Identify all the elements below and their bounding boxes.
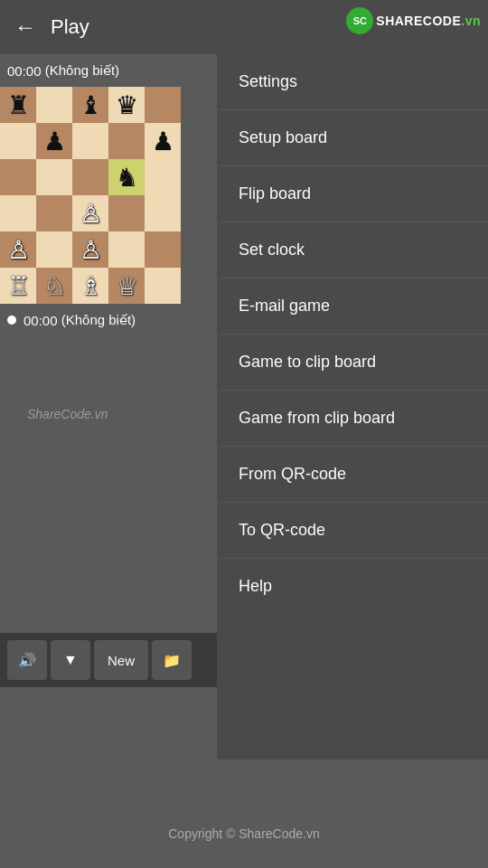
board-cell-4-1[interactable] xyxy=(36,231,72,268)
down-button[interactable]: ▼ xyxy=(51,640,90,680)
menu-item-game-from-clipboard[interactable]: Game from clip board xyxy=(217,391,488,447)
down-icon: ▼ xyxy=(63,652,78,668)
sound-icon: 🔊 xyxy=(18,652,36,669)
board-row-1: ♟♟ xyxy=(0,123,217,159)
footer: Copyright © ShareCode.vn xyxy=(0,826,488,841)
top-timer: 00:00 (Không biết) xyxy=(0,54,219,87)
chess-board[interactable]: ♜♝♛♟♟♞♙♙♙♖♘♗♕ xyxy=(0,87,217,304)
menu-item-to-qr-code[interactable]: To QR-code xyxy=(217,503,488,559)
board-cell-5-1[interactable]: ♘ xyxy=(36,268,72,304)
folder-button[interactable]: 📁 xyxy=(152,640,192,680)
board-cell-0-0[interactable]: ♜ xyxy=(0,87,36,123)
menu-item-email-game[interactable]: E-mail game xyxy=(217,278,488,335)
menu-item-settings[interactable]: Settings xyxy=(217,54,488,110)
board-row-2: ♞ xyxy=(0,159,217,195)
board-cell-0-4[interactable] xyxy=(145,87,181,123)
board-cell-4-4[interactable] xyxy=(145,231,181,268)
new-button[interactable]: New xyxy=(94,640,148,680)
menu-item-from-qr-code[interactable]: From QR-code xyxy=(217,447,488,503)
board-cell-2-1[interactable] xyxy=(36,159,72,195)
menu-item-set-clock[interactable]: Set clock xyxy=(217,222,488,278)
board-cell-4-0[interactable]: ♙ xyxy=(0,231,36,268)
menu-item-help[interactable]: Help xyxy=(217,559,488,614)
menu-item-flip-board[interactable]: Flip board xyxy=(217,166,488,222)
board-cell-3-0[interactable] xyxy=(0,195,36,231)
board-row-3: ♙ xyxy=(0,195,217,231)
board-cell-5-3[interactable]: ♕ xyxy=(108,268,145,304)
board-row-4: ♙♙ xyxy=(0,231,217,268)
top-player: (Không biết) xyxy=(45,62,119,79)
board-row-0: ♜♝♛ xyxy=(0,87,217,123)
board-cell-2-0[interactable] xyxy=(0,159,36,195)
board-row-5: ♖♘♗♕ xyxy=(0,268,217,304)
watermark: ShareCode.vn xyxy=(27,407,108,421)
board-cell-4-2[interactable]: ♙ xyxy=(72,231,108,268)
page-title: Play xyxy=(51,15,89,39)
board-cell-3-1[interactable] xyxy=(36,195,72,231)
dropdown-menu: SettingsSetup boardFlip boardSet clockE-… xyxy=(217,54,488,760)
board-cell-1-3[interactable] xyxy=(108,123,145,159)
board-cell-1-4[interactable]: ♟ xyxy=(145,123,181,159)
menu-item-setup-board[interactable]: Setup board xyxy=(217,110,488,166)
board-cell-2-4[interactable] xyxy=(145,159,181,195)
timer-dot xyxy=(7,316,16,325)
back-button[interactable]: ← xyxy=(14,14,36,40)
bottom-player: (Không biết) xyxy=(61,312,136,328)
bottom-timer: 00:00 (Không biết) xyxy=(0,304,219,336)
board-cell-5-4[interactable] xyxy=(145,268,181,304)
board-cell-3-4[interactable] xyxy=(145,195,181,231)
board-cell-0-3[interactable]: ♛ xyxy=(108,87,145,123)
new-label: New xyxy=(108,653,135,668)
board-cell-0-2[interactable]: ♝ xyxy=(72,87,108,123)
board-cell-3-3[interactable] xyxy=(108,195,145,231)
logo-text: SHARECODE.vn xyxy=(376,14,481,28)
sound-button[interactable]: 🔊 xyxy=(7,640,47,680)
board-cell-1-0[interactable] xyxy=(0,123,36,159)
folder-icon: 📁 xyxy=(163,652,181,669)
board-cell-0-1[interactable] xyxy=(36,87,72,123)
sharecode-logo: SC SHARECODE.vn xyxy=(346,7,481,34)
board-cell-1-1[interactable]: ♟ xyxy=(36,123,72,159)
menu-item-game-to-clipboard[interactable]: Game to clip board xyxy=(217,335,488,391)
board-cell-1-2[interactable] xyxy=(72,123,108,159)
board-cell-3-2[interactable]: ♙ xyxy=(72,195,108,231)
bottom-time: 00:00 xyxy=(23,313,58,328)
header: ← Play SC SHARECODE.vn xyxy=(0,0,488,54)
board-cell-4-3[interactable] xyxy=(108,231,145,268)
top-time: 00:00 xyxy=(7,63,42,79)
board-cell-2-2[interactable] xyxy=(72,159,108,195)
board-cell-5-2[interactable]: ♗ xyxy=(72,268,108,304)
logo-icon: SC xyxy=(346,7,373,34)
board-cell-5-0[interactable]: ♖ xyxy=(0,268,36,304)
board-cell-2-3[interactable]: ♞ xyxy=(108,159,145,195)
controls-bar: 🔊 ▼ New 📁 xyxy=(0,633,219,687)
chess-area: 00:00 (Không biết) ♜♝♛♟♟♞♙♙♙♖♘♗♕ ShareCo… xyxy=(0,54,219,615)
